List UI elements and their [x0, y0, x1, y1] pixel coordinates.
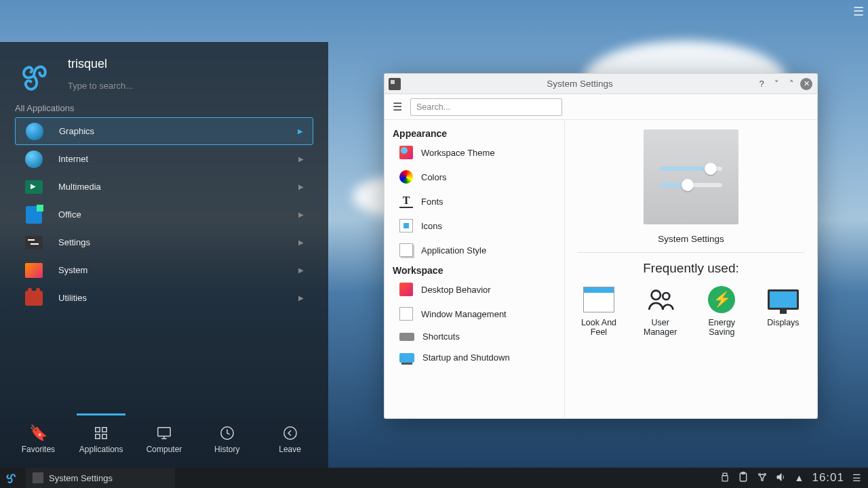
freq-item-look-and-feel[interactable]: Look And Feel [578, 285, 619, 337]
sidebar-item-icons[interactable]: Icons [384, 214, 564, 238]
svg-rect-3 [102, 434, 106, 439]
clipboard-icon[interactable] [738, 472, 749, 485]
panel-menu-icon[interactable]: ☰ [852, 472, 861, 483]
category-label: Utilities [58, 293, 87, 303]
divider [577, 252, 805, 253]
chevron-right-icon: ▶ [298, 127, 303, 135]
svg-rect-2 [96, 434, 100, 439]
sidebar-item-fonts[interactable]: Fonts [384, 189, 564, 214]
look-and-feel-icon [583, 285, 614, 314]
category-office[interactable]: Office ▶ [15, 201, 313, 228]
sidebar-item-application-style[interactable]: Application Style [384, 238, 564, 262]
svg-point-17 [761, 479, 763, 481]
sidebar-item-window-management[interactable]: Window Management [384, 302, 564, 326]
sidebar-item-label: Icons [421, 221, 442, 231]
internet-icon [24, 150, 43, 169]
tab-computer[interactable]: Computer [134, 422, 194, 454]
minimize-button[interactable]: ˅ [770, 77, 783, 91]
category-utilities[interactable]: Utilities ▶ [15, 284, 313, 312]
category-system[interactable]: System ▶ [15, 256, 313, 284]
sidebar-item-desktop-behavior[interactable]: Desktop Behavior [384, 277, 564, 302]
settings-hero-icon [644, 129, 738, 224]
category-internet[interactable]: Internet ▶ [15, 145, 313, 173]
taskbar-entry-system-settings[interactable]: System Settings [26, 468, 175, 488]
application-style-icon [399, 243, 413, 257]
sidebar-item-startup-shutdown[interactable]: Startup and Shutdown [384, 347, 564, 368]
chevron-right-icon: ▶ [298, 155, 304, 163]
network-icon[interactable] [757, 472, 768, 485]
freq-item-label: Look And Feel [578, 318, 619, 337]
frequently-used-heading: Frequently used: [577, 261, 805, 276]
help-button[interactable]: ? [755, 77, 768, 91]
svg-point-10 [663, 293, 669, 300]
sidebar-item-workspace-theme[interactable]: Workspace Theme [384, 140, 564, 165]
maximize-button[interactable]: ˄ [785, 77, 798, 91]
sidebar-item-label: Workspace Theme [421, 148, 495, 158]
usb-icon[interactable] [720, 472, 730, 485]
category-label: Graphics [59, 126, 94, 136]
system-settings-taskbar-icon [33, 472, 43, 483]
settings-hero-label: System Settings [658, 234, 724, 244]
grid-icon [71, 422, 131, 445]
tray-expand-icon[interactable]: ▲ [795, 472, 804, 483]
launcher-title: trisquel [68, 57, 271, 71]
window-titlebar[interactable]: System Settings ? ˅ ˄ ✕ [384, 74, 817, 94]
svg-point-15 [758, 473, 760, 475]
window-title: System Settings [406, 79, 753, 89]
sidebar-item-label: Fonts [421, 197, 443, 207]
globe-icon [25, 122, 44, 141]
tab-applications[interactable]: Applications [71, 422, 131, 454]
category-multimedia[interactable]: Multimedia ▶ [15, 173, 313, 201]
category-settings[interactable]: Settings ▶ [15, 228, 313, 256]
tab-favorites[interactable]: 🔖 Favorites [8, 422, 68, 454]
freq-item-displays[interactable]: Displays [763, 285, 804, 337]
office-icon [24, 205, 43, 224]
system-settings-app-icon [389, 78, 401, 90]
sidebar-item-label: Colors [421, 172, 447, 182]
svg-rect-12 [722, 475, 728, 481]
taskbar-entry-label: System Settings [49, 473, 113, 483]
frequently-used-grid: Look And Feel User Manager ⚡ Energy Savi… [577, 285, 805, 337]
sidebar-item-colors[interactable]: Colors [384, 165, 564, 189]
taskbar-clock[interactable]: 16:01 [812, 471, 844, 485]
settings-hero: System Settings [577, 129, 805, 244]
freq-item-energy-saving[interactable]: ⚡ Energy Saving [701, 285, 742, 337]
application-launcher: trisquel All Applications Graphics ▶ Int… [0, 42, 328, 468]
svg-marker-18 [777, 473, 781, 481]
users-icon [647, 285, 674, 314]
startup-icon [399, 353, 414, 363]
keyboard-icon [399, 333, 414, 341]
tab-label: Computer [134, 445, 194, 454]
sidebar-item-shortcuts[interactable]: Shortcuts [384, 326, 564, 347]
desktop-menu-icon[interactable]: ☰ [853, 4, 864, 19]
category-label: Settings [58, 237, 90, 247]
sidebar-group-workspace: Workspace [384, 262, 564, 277]
system-tray: ▲ 16:01 ☰ [720, 471, 868, 485]
volume-icon[interactable] [776, 472, 787, 485]
close-button[interactable]: ✕ [800, 77, 813, 91]
start-menu-button[interactable] [4, 471, 18, 485]
sidebar-item-label: Shortcuts [422, 331, 460, 342]
multimedia-icon [24, 178, 43, 197]
sidebar-item-label: Application Style [421, 245, 486, 256]
close-icon: ✕ [800, 78, 812, 90]
settings-icon [24, 233, 43, 252]
freq-item-user-manager[interactable]: User Manager [640, 285, 681, 337]
category-label: System [58, 265, 87, 275]
launcher-search-input[interactable] [68, 81, 271, 91]
workspace-theme-icon [399, 146, 413, 159]
colors-icon [399, 170, 413, 184]
tab-history[interactable]: History [197, 422, 257, 454]
category-graphics[interactable]: Graphics ▶ [15, 117, 313, 145]
svg-point-9 [651, 291, 660, 300]
tab-leave[interactable]: Leave [260, 422, 320, 454]
freq-item-label: Energy Saving [701, 318, 742, 337]
sidebar-toggle-button[interactable]: ☰ [389, 98, 406, 116]
settings-sidebar[interactable]: Appearance Workspace Theme Colors Fonts … [384, 120, 565, 418]
settings-search-input[interactable] [410, 98, 562, 116]
window-management-icon [399, 307, 413, 321]
back-icon [260, 422, 320, 445]
chevron-right-icon: ▶ [298, 266, 304, 274]
sidebar-item-label: Startup and Shutdown [422, 352, 510, 363]
system-settings-window: System Settings ? ˅ ˄ ✕ ☰ Appearance Wor… [384, 73, 818, 419]
